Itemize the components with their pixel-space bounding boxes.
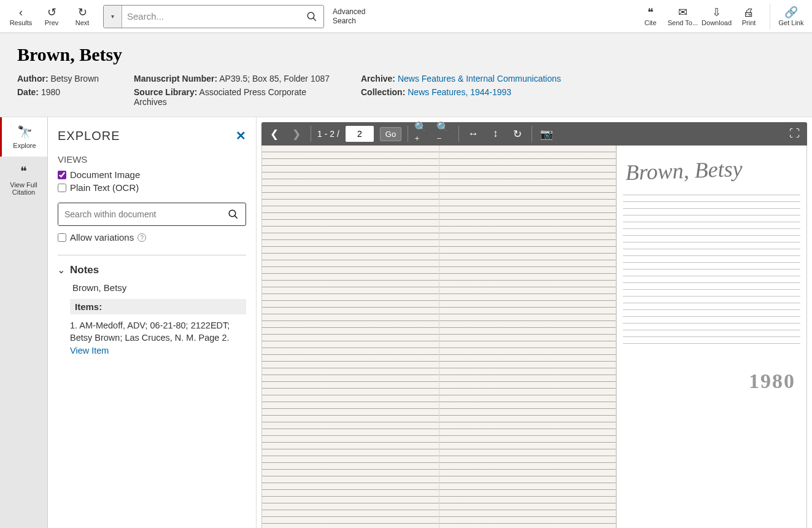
year-stamp: 1980: [749, 370, 795, 393]
date-field: Date: 1980: [17, 87, 109, 107]
fullscreen-button[interactable]: ⛶: [786, 126, 802, 142]
newspaper-column-1: [262, 146, 439, 528]
collection-link[interactable]: News Features, 1944-1993: [408, 87, 511, 97]
search-input[interactable]: [122, 6, 300, 28]
archive-field: Archive: News Features & Internal Commun…: [361, 74, 561, 83]
explore-heading: EXPLORE: [58, 129, 120, 143]
viewer-toolbar: ❮ ❯ 1 - 2 / Go 🔍⁺ 🔍⁻ ↔ ↕ ↻ 📷 ⛶: [261, 122, 807, 146]
left-rail: 🔭 Explore ❝ View FullCitation: [0, 117, 48, 528]
toolbar-separator: [770, 4, 770, 29]
source-library-field: Source Library: Associated Press Corpora…: [134, 87, 336, 107]
newspaper-column-3: [623, 188, 800, 348]
allow-variations-checkbox[interactable]: [58, 233, 66, 242]
notes-toggle[interactable]: ⌄ Notes: [58, 264, 246, 276]
view-item-link[interactable]: View Item: [70, 346, 109, 355]
search-filter-dropdown[interactable]: ▾: [104, 6, 122, 28]
fit-height-button[interactable]: ↕: [487, 126, 503, 142]
print-button[interactable]: 🖨 Print: [735, 7, 762, 26]
go-button[interactable]: Go: [380, 127, 401, 141]
quote-icon: ❝: [648, 7, 654, 18]
rail-citation-label: View FullCitation: [10, 181, 37, 196]
chevron-left-icon: ❮: [270, 128, 279, 141]
plain-text-checkbox-row[interactable]: Plain Text (OCR): [58, 182, 246, 193]
rail-citation[interactable]: ❝ View FullCitation: [0, 157, 47, 203]
zoom-out-button[interactable]: 🔍⁻: [436, 126, 452, 142]
results-label: Results: [10, 19, 33, 26]
allow-variations-label: Allow variations: [70, 232, 134, 243]
item-entry: 1. AM-Medoff, ADV; 06-21-80; 2122EDT; Be…: [70, 319, 246, 357]
chevron-down-icon: ⌄: [58, 265, 65, 275]
page-prev-button[interactable]: ❮: [266, 126, 282, 142]
next-button[interactable]: ↻ Next: [69, 7, 96, 26]
document-image-checkbox[interactable]: [58, 171, 66, 179]
scan-margin: Brown, Betsy 1980: [616, 146, 806, 528]
download-label: Download: [702, 19, 732, 26]
print-icon: 🖨: [743, 7, 754, 18]
author-field: Author: Betsy Brown: [17, 74, 109, 83]
scan-page-content: Brown, Betsy 1980: [262, 146, 806, 528]
scanned-document-image[interactable]: Brown, Betsy 1980: [261, 146, 807, 528]
document-image-checkbox-row[interactable]: Document Image: [58, 169, 246, 180]
items-label: Items:: [70, 299, 246, 314]
page-title: Brown, Betsy: [17, 44, 795, 65]
manuscript-number-field: Manuscript Number: AP39.5; Box 85, Folde…: [134, 74, 336, 83]
search-within-document-button[interactable]: [221, 203, 246, 225]
page-number-input[interactable]: [346, 126, 374, 142]
results-button[interactable]: ‹ Results: [7, 7, 34, 26]
send-icon: ✉: [678, 7, 687, 18]
circle-left-icon: ↺: [47, 7, 56, 18]
collection-field: Collection: News Features, 1944-1993: [361, 87, 511, 107]
svg-line-3: [234, 215, 238, 219]
download-icon: ⇩: [712, 7, 721, 18]
gallery-button[interactable]: 📷: [538, 126, 554, 142]
chevron-right-icon: ❯: [292, 128, 301, 141]
page-range-text: 1 - 2 /: [317, 129, 339, 139]
circle-right-icon: ↻: [78, 7, 87, 18]
allow-variations-row[interactable]: Allow variations ?: [58, 232, 246, 243]
zoom-in-icon: 🔍⁺: [414, 121, 430, 147]
fit-width-button[interactable]: ↔: [465, 126, 481, 142]
svg-line-1: [313, 18, 316, 21]
search-icon: [228, 209, 239, 220]
prev-button[interactable]: ↺ Prev: [38, 7, 65, 26]
rotate-icon: ↻: [513, 128, 522, 141]
plain-text-checkbox[interactable]: [58, 184, 66, 192]
search-button[interactable]: [300, 6, 323, 28]
help-icon[interactable]: ?: [137, 233, 146, 242]
prev-label: Prev: [45, 19, 59, 26]
sendto-label: Send To...: [668, 19, 698, 26]
archive-link[interactable]: News Features & Internal Communications: [398, 74, 561, 83]
quote-icon: ❝: [20, 164, 27, 179]
close-panel-button[interactable]: ✕: [236, 128, 246, 143]
getlink-label: Get Link: [779, 19, 804, 26]
fit-width-icon: ↔: [468, 128, 479, 140]
advanced-search-link[interactable]: AdvancedSearch: [333, 7, 365, 25]
next-label: Next: [75, 19, 90, 26]
zoom-in-button[interactable]: 🔍⁺: [414, 126, 430, 142]
rotate-button[interactable]: ↻: [509, 126, 525, 142]
views-heading: VIEWS: [58, 154, 246, 165]
document-image-label: Document Image: [70, 169, 140, 180]
binoculars-icon: 🔭: [17, 125, 33, 139]
record-header: Brown, Betsy Author: Betsy Brown Manuscr…: [0, 33, 812, 117]
rail-explore[interactable]: 🔭 Explore: [0, 117, 47, 157]
svg-point-0: [307, 12, 314, 19]
plain-text-label: Plain Text (OCR): [70, 182, 139, 193]
print-label: Print: [742, 19, 756, 26]
search-within-document-wrap: [58, 203, 246, 226]
zoom-out-icon: 🔍⁻: [436, 121, 452, 147]
fit-height-icon: ↕: [493, 128, 498, 140]
getlink-button[interactable]: 🔗 Get Link: [778, 7, 805, 26]
sendto-button[interactable]: ✉ Send To...: [668, 7, 698, 26]
cite-label: Cite: [644, 19, 657, 26]
document-viewer: ❮ ❯ 1 - 2 / Go 🔍⁺ 🔍⁻ ↔ ↕ ↻ 📷 ⛶ Brown, Be…: [257, 117, 812, 528]
handwritten-signature: Brown, Betsy: [625, 156, 743, 186]
page-next-button[interactable]: ❯: [288, 126, 304, 142]
cite-button[interactable]: ❝ Cite: [637, 7, 664, 26]
main-area: 🔭 Explore ❝ View FullCitation EXPLORE ✕ …: [0, 117, 812, 528]
notes-heading: Notes: [70, 264, 99, 276]
panel-divider: [58, 255, 246, 255]
search-within-document-input[interactable]: [58, 203, 221, 225]
download-button[interactable]: ⇩ Download: [702, 7, 732, 26]
chevron-left-icon: ‹: [19, 7, 23, 18]
